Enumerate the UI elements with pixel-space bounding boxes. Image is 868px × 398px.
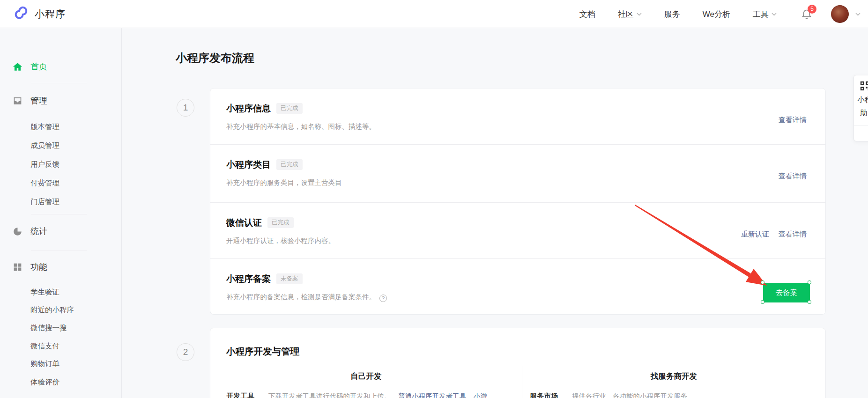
chevron-down-icon: [637, 13, 642, 16]
section-miniprogram-beian: 小程序备案未备案 补充小程序的备案信息，检测是否满足备案条件。?: [210, 259, 825, 315]
qr-code-icon: [860, 81, 868, 91]
sidebar-item-wechat-pay[interactable]: 微信支付: [30, 339, 59, 352]
section-desc: 开通小程序认证，核验小程序内容。: [226, 236, 335, 245]
publish-flow-card: 小程序信息已完成 补充小程序的基本信息，如名称、图标、描述等。 查看详情 小程序…: [210, 88, 826, 315]
sidebar-item-store-manage[interactable]: 门店管理: [30, 195, 59, 208]
grid-icon: [13, 262, 22, 272]
status-badge: 已完成: [276, 159, 303, 170]
row-text: 下载开发者工具进行代码的开发和上传。: [268, 392, 391, 398]
sidebar-item-nearby-miniprogram[interactable]: 附近的小程序: [30, 303, 74, 316]
main-content: 小程序发布流程 1 小程序信息已完成 补充小程序的基本信息，如名称、图标、描述等…: [122, 28, 868, 398]
sidebar-item-home[interactable]: 首页: [30, 60, 47, 73]
self-develop-column: 自己开发 开发工具 下载开发者工具进行代码的开发和上传。 普通小程序开发者工具 …: [210, 366, 522, 398]
section-miniprogram-category: 小程序类目已完成 补充小程序的服务类目，设置主营类目 查看详情: [210, 145, 825, 203]
brand-title: 小程序: [35, 7, 66, 21]
sidebar-item-wechat-search[interactable]: 微信搜一搜: [30, 321, 67, 334]
devtools-link[interactable]: 普通小程序开发者工具: [398, 392, 466, 398]
section-title: 小程序信息已完成: [226, 103, 303, 115]
brand-logo[interactable]: 小程序: [13, 6, 66, 22]
nav-docs[interactable]: 文档: [579, 9, 595, 20]
nav-services[interactable]: 服务: [664, 9, 680, 20]
section-desc: 补充小程序的服务类目，设置主营类目: [226, 178, 342, 187]
row-text: 提供各行业、各功能的小程序开发服务: [572, 392, 688, 398]
help-icon[interactable]: ?: [379, 295, 387, 302]
status-badge: 已完成: [267, 217, 294, 228]
sidebar-group-statistics[interactable]: 统计: [30, 225, 47, 238]
sidebar: 首页 管理 版本管理 成员管理 用户反馈 付费管理 门店管理 统计 功能 学生验…: [0, 28, 122, 398]
recertify-link[interactable]: 重新认证: [741, 230, 769, 239]
column-header: 自己开发: [210, 371, 522, 382]
section-desc: 补充小程序的基本信息，如名称、图标、描述等。: [226, 122, 376, 131]
sidebar-item-member-manage[interactable]: 成员管理: [30, 139, 59, 152]
sidebar-group-manage[interactable]: 管理: [30, 95, 47, 107]
service-market-row: 服务市场 提供各行业、各功能的小程序开发服务: [530, 392, 688, 398]
service-provider-column: 找服务商开发 服务市场 提供各行业、各功能的小程序开发服务: [522, 366, 825, 398]
home-icon: [13, 62, 22, 72]
view-details-link[interactable]: 查看详情: [779, 172, 807, 181]
notification-count-badge: 5: [808, 5, 816, 14]
sidebar-group-features[interactable]: 功能: [30, 261, 47, 273]
account-chevron-down-icon[interactable]: [855, 13, 861, 16]
inbox-icon: [13, 96, 22, 106]
row-label: 服务市场: [530, 392, 558, 398]
step-2-number: 2: [177, 343, 194, 361]
miniprogram-logo-icon: [13, 6, 29, 22]
nav-we-analytics[interactable]: We分析: [703, 9, 730, 20]
account-avatar[interactable]: [831, 5, 849, 23]
section-desc: 补充小程序的备案信息，检测是否满足备案条件。?: [226, 293, 387, 302]
sidebar-item-payment-manage[interactable]: 付费管理: [30, 177, 59, 189]
sidebar-item-shopping-orders[interactable]: 购物订单: [30, 357, 59, 370]
row-label: 开发工具: [226, 392, 254, 398]
page-title: 小程序发布流程: [176, 51, 254, 66]
go-beian-button[interactable]: 去备案: [763, 283, 810, 302]
section-title: 小程序类目已完成: [226, 159, 303, 171]
sidebar-divider: [31, 214, 87, 214]
dev-tools-row: 开发工具 下载开发者工具进行代码的开发和上传。 普通小程序开发者工具 小游: [226, 392, 487, 398]
develop-manage-card: 小程序开发与管理 自己开发 开发工具 下载开发者工具进行代码的开发和上传。 普通…: [210, 328, 826, 398]
panel-text-line1: 小程: [857, 95, 868, 105]
chevron-down-icon: [772, 13, 777, 16]
sidebar-item-version-manage[interactable]: 版本管理: [30, 120, 59, 133]
nav-tools[interactable]: 工具: [753, 9, 777, 20]
notification-bell[interactable]: 5: [801, 8, 812, 20]
view-details-link[interactable]: 查看详情: [779, 230, 807, 239]
view-details-link[interactable]: 查看详情: [779, 116, 807, 125]
section-wechat-verification: 微信认证已完成 开通小程序认证，核验小程序内容。 重新认证 查看详情: [210, 203, 825, 259]
sidebar-divider: [31, 251, 87, 251]
sidebar-item-experience-rating[interactable]: 体验评价: [30, 376, 59, 388]
section-title: 小程序备案未备案: [226, 273, 303, 286]
panel-text-line2: 助: [860, 108, 868, 118]
assistant-float-panel[interactable]: 小程 助: [853, 75, 868, 141]
column-header: 找服务商开发: [522, 371, 825, 382]
section-title: 微信认证已完成: [226, 217, 294, 229]
pie-chart-icon: [13, 227, 22, 236]
panel-divider: [854, 125, 868, 126]
status-badge: 已完成: [276, 103, 303, 114]
step-1-number: 1: [177, 99, 194, 117]
section-title: 小程序开发与管理: [226, 345, 299, 358]
sidebar-item-student-verify[interactable]: 学生验证: [30, 286, 59, 298]
status-badge: 未备案: [276, 273, 303, 284]
minigame-devtools-link[interactable]: 小游: [474, 392, 487, 398]
nav-community[interactable]: 社区: [618, 9, 642, 20]
sidebar-divider: [31, 83, 87, 83]
section-miniprogram-info: 小程序信息已完成 补充小程序的基本信息，如名称、图标、描述等。 查看详情: [210, 88, 825, 145]
sidebar-item-user-feedback[interactable]: 用户反馈: [30, 158, 59, 170]
top-bar: 小程序 文档 社区 服务 We分析 工具 5: [0, 0, 868, 28]
top-navigation: 文档 社区 服务 We分析 工具 5: [579, 0, 861, 28]
